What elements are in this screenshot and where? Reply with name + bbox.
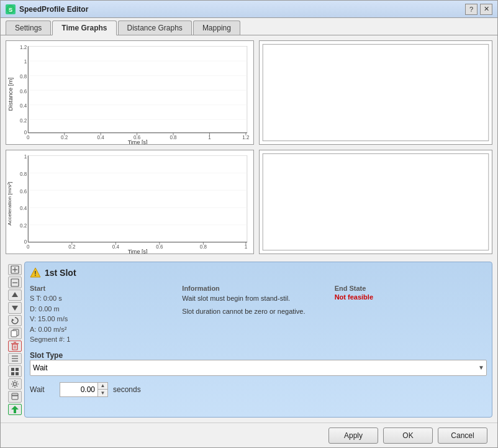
slot-content: ! 1st Slot Start S T: 0:00 s D: 0.00 m V… (24, 262, 492, 418)
toolbar-btn-export[interactable] (8, 404, 22, 415)
svg-point-84 (14, 383, 17, 386)
svg-text:0.2: 0.2 (20, 222, 27, 229)
start-segment: Segment #: 1 (30, 334, 182, 345)
end-state-col: End State Not feasible (335, 285, 487, 345)
toolbar-btn-up[interactable] (8, 290, 22, 301)
svg-text:Time [s]: Time [s] (128, 139, 148, 144)
start-velocity: V: 15.00 m/s (30, 314, 182, 324)
distance-graph-panel: Distance [m] 1.2 1 0.8 0.6 0.4 (6, 40, 254, 145)
toolbar-btn-delete[interactable] (8, 341, 22, 352)
info-msg-1: Wait slot must begin from stand-stil. (182, 293, 334, 304)
spin-down-button[interactable]: ▼ (98, 390, 107, 396)
svg-text:0.2: 0.2 (20, 117, 27, 123)
toolbar-btn-remove[interactable] (8, 277, 22, 288)
info-header: Information (182, 285, 334, 292)
right-top-graph (260, 41, 492, 144)
svg-text:1: 1 (24, 153, 27, 160)
svg-rect-80 (11, 368, 14, 371)
spin-up-button[interactable]: ▲ (98, 383, 107, 390)
svg-text:1: 1 (24, 58, 27, 65)
svg-text:0.6: 0.6 (20, 188, 27, 194)
start-distance: D: 0.00 m (30, 304, 182, 314)
svg-text:0.8: 0.8 (20, 170, 27, 176)
slot-type-select[interactable]: Wait Accelerate Decelerate Constant (30, 360, 487, 376)
slot-title: 1st Slot (45, 268, 76, 278)
toolbar-btn-down[interactable] (8, 302, 22, 313)
graphs-area: Distance [m] 1.2 1 0.8 0.6 0.4 (1, 35, 497, 259)
svg-text:0: 0 (27, 134, 30, 140)
svg-marker-67 (12, 292, 18, 297)
right-bottom-graph (260, 150, 492, 254)
toolbar-btn-layer[interactable] (8, 391, 22, 402)
cancel-button[interactable]: Cancel (438, 427, 487, 444)
apply-button[interactable]: Apply (328, 427, 378, 444)
wait-spinners: ▲ ▼ (97, 383, 107, 396)
start-header: Start (30, 285, 182, 292)
bottom-bar: Apply OK Cancel (1, 423, 497, 447)
left-toolbar (6, 262, 24, 418)
svg-text:S: S (9, 7, 12, 13)
toolbar-btn-copy[interactable] (8, 327, 22, 339)
svg-marker-68 (12, 306, 18, 311)
svg-text:0.6: 0.6 (20, 88, 27, 94)
info-msg-2: Slot duration cannot be zero or negative… (182, 306, 334, 317)
close-button[interactable]: ✕ (480, 4, 492, 15)
svg-text:Acceleration [m/s²]: Acceleration [m/s²] (6, 181, 12, 226)
right-top-panel (259, 40, 492, 145)
slot-info-row: Start S T: 0:00 s D: 0.00 m V: 15.00 m/s… (30, 285, 487, 345)
tab-time-graphs[interactable]: Time Graphs (52, 21, 116, 35)
window-title: SpeedProfile Editor (19, 5, 465, 14)
ok-button[interactable]: OK (383, 427, 433, 444)
distance-graph: Distance [m] 1.2 1 0.8 0.6 0.4 (6, 41, 253, 144)
svg-text:1.2: 1.2 (20, 44, 27, 50)
tab-mapping[interactable]: Mapping (193, 21, 240, 35)
slot-type-wrapper: Wait Accelerate Decelerate Constant ▼ (30, 360, 487, 376)
right-bottom-panel (259, 150, 492, 254)
toolbar-btn-list[interactable] (8, 353, 22, 364)
toolbar-btn-add[interactable] (8, 264, 22, 275)
toolbar-btn-grid[interactable] (8, 365, 22, 377)
svg-rect-72 (12, 344, 17, 350)
start-col: Start S T: 0:00 s D: 0.00 m V: 15.00 m/s… (30, 285, 182, 345)
info-messages: Wait slot must begin from stand-stil. Sl… (182, 293, 334, 316)
warning-icon: ! (30, 267, 41, 278)
wait-label: Wait (30, 385, 55, 394)
svg-rect-81 (16, 368, 19, 371)
not-feasible-text: Not feasible (335, 293, 487, 301)
window-controls: ? ✕ (465, 4, 492, 15)
svg-text:0: 0 (27, 244, 30, 250)
svg-text:0.4: 0.4 (20, 103, 27, 109)
wait-input-wrapper: ▲ ▼ (60, 382, 108, 397)
svg-rect-83 (16, 372, 19, 375)
wait-unit-label: seconds (113, 385, 141, 394)
toolbar-btn-refresh[interactable] (8, 315, 22, 326)
app-icon: S (6, 4, 16, 14)
title-bar: S SpeedProfile Editor ? ✕ (1, 1, 497, 18)
tab-bar: Settings Time Graphs Distance Graphs Map… (1, 18, 497, 35)
slot-area: ! 1st Slot Start S T: 0:00 s D: 0.00 m V… (1, 259, 497, 423)
svg-rect-71 (11, 331, 17, 337)
help-button[interactable]: ? (465, 4, 478, 15)
toolbar-btn-settings2[interactable] (8, 378, 22, 390)
svg-text:Time [s]: Time [s] (128, 249, 148, 254)
start-time: S T: 0:00 s (30, 293, 182, 304)
svg-rect-82 (11, 372, 14, 375)
start-accel: A: 0.00 m/s² (30, 324, 182, 335)
slot-header: ! 1st Slot (30, 267, 487, 278)
svg-text:0.4: 0.4 (20, 205, 27, 211)
svg-marker-87 (11, 406, 19, 413)
end-state-header: End State (335, 285, 487, 292)
svg-rect-34 (28, 156, 247, 242)
start-values: S T: 0:00 s D: 0.00 m V: 15.00 m/s A: 0.… (30, 293, 182, 345)
main-window: S SpeedProfile Editor ? ✕ Settings Time … (0, 0, 498, 448)
info-col: Information Wait slot must begin from st… (182, 285, 334, 345)
tab-settings[interactable]: Settings (6, 21, 51, 35)
wait-row: Wait ▲ ▼ seconds (30, 382, 487, 397)
acceleration-graph: Acceleration [m/s²] 1 0.8 0.6 0.4 0.2 (6, 150, 253, 254)
slot-type-section: Slot Type Wait Accelerate Decelerate Con… (30, 349, 487, 376)
wait-input[interactable] (60, 383, 97, 396)
svg-text:0.8: 0.8 (20, 73, 27, 80)
slot-type-label: Slot Type (30, 351, 487, 360)
main-content: Distance [m] 1.2 1 0.8 0.6 0.4 (1, 35, 497, 447)
tab-distance-graphs[interactable]: Distance Graphs (118, 21, 192, 35)
